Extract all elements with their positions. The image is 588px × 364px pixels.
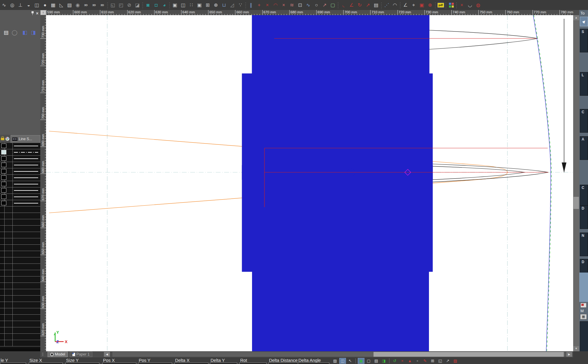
status-field-input[interactable] bbox=[239, 362, 267, 364]
edit-pencil-toggle-icon[interactable]: ✎ bbox=[422, 358, 428, 364]
status-field-input[interactable] bbox=[174, 362, 208, 364]
panel-section-n-6[interactable]: N bbox=[580, 233, 588, 256]
handles-toggle-icon[interactable]: ◱ bbox=[437, 358, 443, 364]
line-style-row[interactable] bbox=[0, 194, 40, 200]
status-field-input[interactable] bbox=[298, 362, 329, 364]
color-swatch[interactable] bbox=[1, 144, 6, 148]
color-swatch[interactable] bbox=[1, 188, 6, 193]
divide-icon[interactable]: + bbox=[255, 1, 263, 9]
color-swatch[interactable] bbox=[1, 169, 6, 174]
panel-section-s-0[interactable]: S bbox=[580, 29, 588, 52]
hatch-ring-icon[interactable]: ◍ bbox=[474, 1, 482, 9]
sphere-gray-icon[interactable]: ◉ bbox=[74, 1, 82, 9]
panel-section-a-3[interactable]: A bbox=[580, 136, 588, 160]
red-x-icon[interactable]: × bbox=[458, 1, 466, 9]
status-field-input[interactable] bbox=[138, 362, 172, 364]
intersect-icon[interactable]: ◕ bbox=[160, 1, 168, 9]
cursor-toggle-icon[interactable]: ↖ bbox=[347, 358, 354, 364]
polyline-3d-icon[interactable]: 3D bbox=[82, 1, 90, 9]
status-field-input[interactable] bbox=[29, 362, 63, 364]
scroll-up-icon[interactable]: ▲ bbox=[573, 15, 579, 20]
cross-array-icon[interactable]: ⊕ bbox=[212, 1, 220, 9]
copy-stack-icon[interactable]: ▣ bbox=[171, 1, 179, 9]
pin-icon[interactable] bbox=[31, 11, 34, 15]
panel-section-c-2[interactable]: C bbox=[580, 109, 588, 133]
shading-toggle-icon[interactable]: ▨ bbox=[332, 358, 338, 364]
status-field-input[interactable] bbox=[0, 362, 26, 364]
color-swatch[interactable] bbox=[1, 163, 6, 167]
tab-paper-1[interactable]: Paper 1 bbox=[70, 352, 92, 357]
corner-bracket-icon[interactable]: ⊔ bbox=[220, 1, 228, 9]
visibility-icon[interactable]: ◯ bbox=[11, 29, 18, 37]
layer-page-icon[interactable]: ▤ bbox=[2, 29, 10, 37]
cylinder-wire-icon[interactable]: ◫ bbox=[33, 1, 41, 9]
highlighted-section[interactable] bbox=[579, 273, 588, 302]
arc-tool-icon[interactable]: ◠ bbox=[391, 1, 399, 9]
cylinder-solid-icon[interactable]: ◒ bbox=[25, 1, 33, 9]
leader-icon[interactable]: ↗ bbox=[321, 1, 329, 9]
region-icon[interactable]: ▢ bbox=[329, 1, 337, 9]
sphere-icon[interactable]: ● bbox=[41, 1, 49, 9]
paste-icon[interactable]: ▤ bbox=[372, 1, 380, 9]
pedit-icon[interactable]: ∿ bbox=[304, 1, 312, 9]
line-style-row[interactable] bbox=[0, 175, 40, 181]
line-style-row[interactable] bbox=[0, 327, 40, 334]
line-style-row[interactable] bbox=[0, 232, 40, 238]
wedge-icon[interactable]: ◺ bbox=[57, 1, 65, 9]
select-tool-button[interactable]: ▶ bbox=[580, 17, 588, 26]
needle-arc-icon[interactable]: ◡ bbox=[466, 1, 474, 9]
intersect-disabled-icon[interactable]: ⊘ bbox=[125, 1, 133, 9]
tab-model[interactable]: Model bbox=[48, 352, 68, 357]
color-swatch[interactable] bbox=[1, 156, 6, 161]
vertical-scroll-thumb[interactable] bbox=[573, 197, 579, 209]
panel-section-l-1[interactable]: L bbox=[580, 72, 588, 96]
union-icon[interactable]: ◙ bbox=[144, 1, 152, 9]
subtract-disabled-icon[interactable]: ◰ bbox=[117, 1, 125, 9]
line-style-row[interactable] bbox=[0, 251, 40, 257]
status-field-input[interactable] bbox=[65, 362, 99, 364]
dot-toggle-icon[interactable]: ▫ bbox=[414, 358, 421, 364]
line-style-row[interactable] bbox=[0, 149, 40, 156]
wireframe-toggle-icon[interactable]: ▢ bbox=[365, 358, 372, 364]
erase-icon[interactable]: × bbox=[280, 1, 288, 9]
line-style-row[interactable] bbox=[0, 168, 40, 175]
line-style-row[interactable] bbox=[0, 257, 40, 264]
palette-icon[interactable] bbox=[5, 137, 9, 141]
line-style-row[interactable] bbox=[0, 162, 40, 168]
slice-disabled-icon[interactable]: ◪ bbox=[133, 1, 141, 9]
node-edit-icon[interactable]: ⋰ bbox=[383, 1, 391, 9]
line-style-row[interactable] bbox=[0, 200, 40, 207]
line-style-row[interactable] bbox=[0, 340, 40, 346]
hatch-lines-icon[interactable]: ≋ bbox=[288, 1, 296, 9]
spline-3d-icon[interactable]: 3D bbox=[98, 1, 106, 9]
osnap-marker-toggle-icon[interactable]: ▲ bbox=[407, 358, 413, 364]
tab-scroll-left-icon[interactable]: ◀ bbox=[104, 352, 110, 357]
revolve-icon[interactable]: ⊥ bbox=[16, 1, 25, 9]
box-3d-icon[interactable]: ▧ bbox=[65, 1, 74, 9]
line-style-row[interactable] bbox=[0, 219, 40, 226]
table-icon[interactable]: ▦ bbox=[580, 314, 587, 319]
db-filter-icon[interactable]: ◧ bbox=[21, 29, 28, 37]
notes-toggle-icon[interactable]: ▤ bbox=[373, 358, 380, 364]
viewports-icon[interactable]: ◫ bbox=[179, 1, 187, 9]
line-style-row[interactable] bbox=[0, 296, 40, 302]
circle-tool-icon[interactable]: ○ bbox=[312, 1, 321, 9]
line-style-row[interactable] bbox=[0, 283, 40, 289]
color-swatch[interactable] bbox=[1, 175, 6, 180]
line-style-row[interactable] bbox=[0, 181, 40, 187]
mesh-sphere-icon[interactable]: ◎ bbox=[8, 1, 16, 9]
footprints-icon[interactable]: ∵ bbox=[236, 1, 244, 9]
mesh-torus-icon[interactable]: ∿ bbox=[0, 1, 8, 9]
horizontal-scrollbar[interactable] bbox=[112, 352, 566, 357]
polar-array-icon[interactable]: ∷ bbox=[187, 1, 195, 9]
panel-section-c-4[interactable]: C bbox=[580, 185, 588, 208]
line-style-row[interactable] bbox=[0, 143, 40, 149]
tab-line-styles[interactable]: Line S... bbox=[11, 135, 40, 143]
fit-arrows-icon[interactable] bbox=[447, 1, 455, 9]
rotate-ref-icon[interactable]: ↻ bbox=[356, 1, 364, 9]
subtract-icon[interactable]: ◘ bbox=[152, 1, 160, 9]
skew-lines-icon[interactable]: ∥ bbox=[247, 1, 255, 9]
scroll-right-icon[interactable]: ▶ bbox=[566, 352, 572, 357]
union-disabled-icon[interactable]: ◱ bbox=[109, 1, 117, 9]
break-icon[interactable]: × bbox=[263, 1, 271, 9]
